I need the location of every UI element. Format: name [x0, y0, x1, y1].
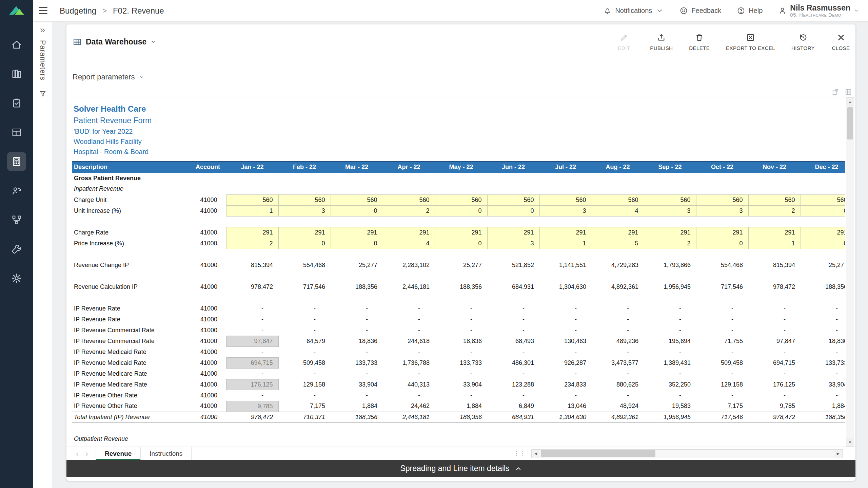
help-button[interactable]: Help [737, 6, 763, 15]
value-cell[interactable]: - [487, 325, 539, 336]
value-cell[interactable]: - [696, 346, 748, 357]
value-cell[interactable]: - [801, 346, 845, 357]
value-cell[interactable]: 1 [539, 238, 592, 249]
value-cell[interactable]: - [696, 303, 748, 314]
account-cell[interactable]: 41000 [192, 194, 226, 205]
value-cell[interactable]: 291 [435, 227, 487, 238]
value-cell[interactable]: 3 [644, 205, 696, 216]
value-cell[interactable]: 291 [487, 227, 539, 238]
value-cell[interactable]: 188,356 [801, 412, 845, 423]
row-label[interactable]: Revenue Calculation IP [72, 281, 192, 292]
popout-icon[interactable] [832, 88, 839, 96]
value-cell[interactable]: 0 [801, 205, 845, 216]
value-cell[interactable]: 684,931 [487, 281, 539, 292]
value-cell[interactable]: 13,046 [539, 401, 592, 412]
value-cell[interactable]: 18,836 [435, 336, 487, 346]
value-cell[interactable]: - [592, 325, 644, 336]
menu-icon[interactable] [39, 6, 47, 16]
value-cell[interactable]: - [539, 303, 592, 314]
vertical-scrollbar[interactable]: ▲ ▼ [846, 97, 854, 447]
value-cell[interactable]: 133,733 [801, 357, 845, 368]
value-cell[interactable]: 7,175 [696, 401, 748, 412]
value-cell[interactable]: - [435, 368, 487, 379]
value-cell[interactable]: 24,462 [383, 401, 435, 412]
account-cell[interactable]: 41000 [192, 281, 226, 292]
value-cell[interactable]: - [801, 368, 845, 379]
value-cell[interactable]: 4 [383, 238, 435, 249]
value-cell[interactable]: 0 [487, 205, 539, 216]
value-cell[interactable]: 3 [278, 205, 331, 216]
value-cell[interactable]: 2 [383, 205, 435, 216]
tab-scroll-left-icon[interactable]: ‹ [76, 450, 79, 458]
value-cell[interactable]: 130,463 [539, 336, 592, 346]
value-cell[interactable]: - [331, 368, 383, 379]
value-cell[interactable]: - [383, 314, 435, 325]
feedback-button[interactable]: Feedback [679, 6, 721, 15]
value-cell[interactable]: 48,924 [592, 401, 644, 412]
value-cell[interactable]: 1,793,866 [644, 260, 696, 270]
value-cell[interactable]: - [226, 314, 278, 325]
value-cell[interactable]: - [435, 303, 487, 314]
value-cell[interactable]: - [644, 346, 696, 357]
value-cell[interactable]: 815,394 [226, 260, 278, 270]
value-cell[interactable]: 291 [748, 227, 801, 238]
value-cell[interactable]: 560 [331, 194, 383, 205]
row-label[interactable]: IP Revenue Other Rate [72, 390, 192, 401]
value-cell[interactable]: 489,236 [592, 336, 644, 346]
value-cell[interactable]: 291 [383, 227, 435, 238]
account-cell[interactable]: 41000 [192, 205, 226, 216]
value-cell[interactable]: 1,141,551 [539, 260, 592, 270]
value-cell[interactable]: 291 [592, 227, 644, 238]
value-cell[interactable]: 710,371 [278, 412, 331, 423]
filter-icon[interactable] [39, 90, 46, 97]
value-cell[interactable]: 509,458 [278, 357, 331, 368]
value-cell[interactable]: - [644, 314, 696, 325]
value-cell[interactable]: 717,546 [696, 281, 748, 292]
horizontal-scroll-track[interactable] [540, 449, 834, 458]
value-cell[interactable]: 2 [644, 238, 696, 249]
value-cell[interactable]: 978,472 [226, 281, 278, 292]
value-cell[interactable]: 188,356 [331, 412, 383, 423]
row-label[interactable]: IP Revenue Rate [72, 314, 192, 325]
value-cell[interactable]: 291 [644, 227, 696, 238]
value-cell[interactable]: - [696, 314, 748, 325]
value-cell[interactable]: 0 [435, 238, 487, 249]
value-cell[interactable]: - [592, 390, 644, 401]
value-cell[interactable]: 0 [331, 238, 383, 249]
value-cell[interactable]: - [383, 368, 435, 379]
value-cell[interactable]: 2 [226, 238, 278, 249]
section-label[interactable]: Inpatient Revenue [72, 184, 845, 194]
value-cell[interactable]: - [696, 368, 748, 379]
value-cell[interactable]: 3 [539, 205, 592, 216]
value-cell[interactable]: - [801, 314, 845, 325]
value-cell[interactable]: 815,394 [748, 260, 801, 270]
value-cell[interactable]: - [435, 325, 487, 336]
value-cell[interactable]: 1,304,630 [539, 281, 592, 292]
row-label[interactable]: Total Inpatient (IP) Revenue [72, 412, 192, 423]
value-cell[interactable]: 33,904 [435, 379, 487, 390]
scroll-up-button[interactable]: ▲ [846, 98, 854, 106]
account-cell[interactable]: 41000 [192, 368, 226, 379]
value-cell[interactable]: 18,836 [331, 336, 383, 346]
value-cell[interactable]: 978,472 [748, 412, 801, 423]
value-cell[interactable]: 1 [748, 238, 801, 249]
value-cell[interactable]: 560 [696, 194, 748, 205]
sidebar-item-integrations[interactable] [7, 210, 26, 229]
row-label[interactable]: IP Revenue Medicare Rate [72, 379, 192, 390]
value-cell[interactable]: - [539, 346, 592, 357]
sidebar-item-settings[interactable] [7, 269, 26, 288]
account-cell[interactable]: 41000 [192, 346, 226, 357]
value-cell[interactable]: 554,468 [696, 260, 748, 270]
spreading-details-toggle[interactable]: Spreading and Line item details [66, 460, 855, 477]
value-cell[interactable]: - [748, 314, 801, 325]
value-cell[interactable]: 7,175 [278, 401, 331, 412]
value-cell[interactable]: 0 [801, 238, 845, 249]
account-cell[interactable]: 41000 [192, 357, 226, 368]
value-cell[interactable]: 188,356 [331, 281, 383, 292]
value-cell[interactable]: 560 [748, 194, 801, 205]
row-label[interactable]: Unit Increase (%) [72, 205, 192, 216]
value-cell[interactable]: - [383, 303, 435, 314]
value-cell[interactable]: - [226, 390, 278, 401]
value-cell[interactable]: - [592, 303, 644, 314]
value-cell[interactable]: 694,715 [748, 357, 801, 368]
